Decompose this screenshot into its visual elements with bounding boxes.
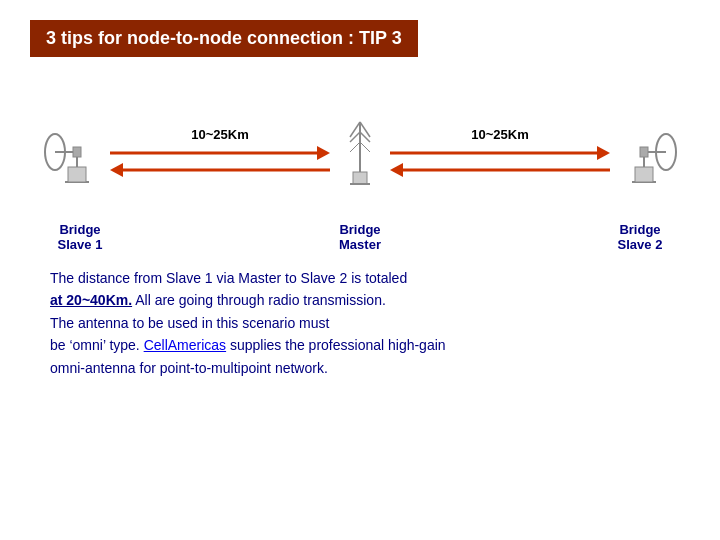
antenna-right-icon bbox=[623, 117, 678, 187]
desc-line1: The distance from Slave 1 via Master to … bbox=[50, 270, 407, 286]
arrow-left-1 bbox=[110, 163, 330, 177]
node-slave1 bbox=[30, 117, 110, 187]
node-master bbox=[330, 117, 390, 187]
cell-americas-link[interactable]: CellAmericas bbox=[144, 337, 226, 353]
desc-line4-after: supplies the professional high-gain bbox=[226, 337, 445, 353]
desc-line3: The antenna to be used in this scenario … bbox=[50, 315, 329, 331]
svg-line-7 bbox=[350, 122, 360, 137]
arrow-segment-right: 10~25Km bbox=[390, 127, 610, 177]
label-slave1: Bridge Slave 1 bbox=[40, 222, 120, 252]
desc-line2-rest: All are going through radio transmission… bbox=[132, 292, 386, 308]
svg-rect-17 bbox=[640, 147, 648, 157]
arrow-left-2 bbox=[390, 163, 610, 177]
node-slave2 bbox=[610, 117, 690, 187]
desc-line4-before: be ‘omni’ type. bbox=[50, 337, 144, 353]
antenna-left-icon bbox=[43, 117, 98, 187]
svg-line-12 bbox=[360, 142, 370, 152]
diagram-area: 10~25Km 10~25Km bbox=[30, 87, 690, 217]
distance-label-left: 10~25Km bbox=[191, 127, 248, 142]
arrow-right-1 bbox=[110, 146, 330, 160]
description-block: The distance from Slave 1 via Master to … bbox=[30, 267, 690, 379]
title-text: 3 tips for node-to-node connection : TIP… bbox=[46, 28, 402, 48]
svg-rect-5 bbox=[68, 167, 86, 182]
title-bar: 3 tips for node-to-node connection : TIP… bbox=[30, 20, 418, 57]
antenna-middle-icon bbox=[335, 117, 385, 187]
arrows-right bbox=[390, 146, 610, 177]
label-master: Bridge Master bbox=[320, 222, 400, 252]
arrows-left bbox=[110, 146, 330, 177]
desc-line5: omni-antenna for point-to-multipoint net… bbox=[50, 360, 328, 376]
svg-rect-13 bbox=[353, 172, 367, 184]
labels-row: Bridge Slave 1 Bridge Master Bridge Slav… bbox=[30, 222, 690, 252]
arrow-right-2 bbox=[390, 146, 610, 160]
distance-label-right: 10~25Km bbox=[471, 127, 528, 142]
desc-distance-bold: at 20~40Km. bbox=[50, 292, 132, 308]
label-slave2: Bridge Slave 2 bbox=[600, 222, 680, 252]
arrow-segment-left: 10~25Km bbox=[110, 127, 330, 177]
svg-rect-2 bbox=[73, 147, 81, 157]
svg-line-11 bbox=[350, 142, 360, 152]
svg-line-8 bbox=[360, 122, 370, 137]
svg-rect-20 bbox=[635, 167, 653, 182]
page-container: 3 tips for node-to-node connection : TIP… bbox=[0, 0, 720, 540]
